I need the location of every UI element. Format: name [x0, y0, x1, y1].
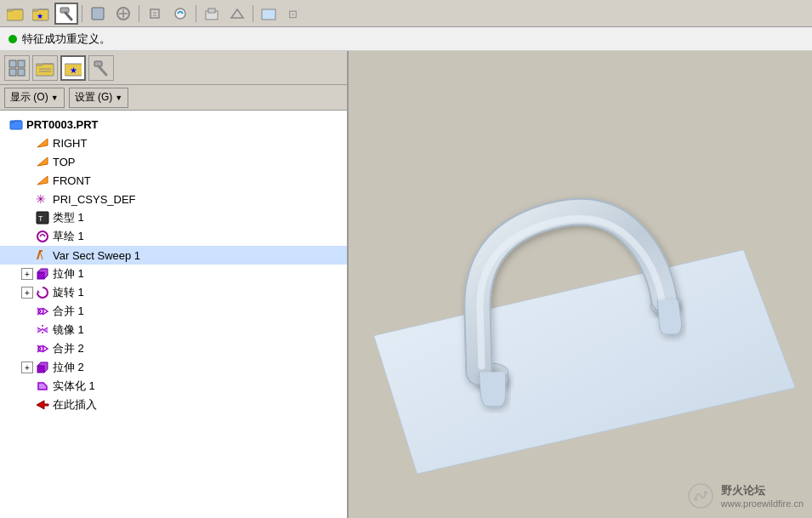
tree-item-mirror1[interactable]: 镜像 1	[0, 321, 347, 339]
tree-label-mirror1: 镜像 1	[53, 322, 84, 338]
svg-text:⊡: ⊡	[288, 8, 298, 20]
tb-btn-7[interactable]	[257, 3, 281, 25]
wrench-btn[interactable]	[88, 55, 114, 81]
expand-extrude2[interactable]: +	[21, 361, 33, 373]
svg-rect-33	[37, 366, 44, 373]
svg-text:✳: ✳	[36, 192, 46, 206]
svg-rect-11	[208, 9, 215, 13]
svg-rect-17	[18, 69, 25, 76]
expand-extrude1[interactable]: +	[21, 268, 33, 280]
tree-item-insert[interactable]: 在此插入	[0, 396, 347, 414]
tree-label-rotate1: 旋转 1	[53, 285, 84, 300]
star-btn[interactable]: ★	[60, 55, 86, 81]
tree-label-right: RIGHT	[53, 137, 87, 150]
rotate1-icon	[35, 285, 50, 300]
right-panel: ‹ ›	[349, 51, 812, 518]
tree-item-csys[interactable]: ✳ PRI_CSYS_DEF	[0, 190, 347, 208]
tree-item-varsweep[interactable]: Var Sect Sweep 1	[0, 246, 347, 265]
svg-rect-15	[18, 60, 25, 67]
tb-btn-2[interactable]	[111, 3, 135, 25]
tb-btn-6[interactable]	[225, 3, 249, 25]
separator2	[139, 5, 139, 22]
tb-btn-4[interactable]	[168, 3, 192, 25]
separator4	[253, 5, 253, 22]
tree-label-type1: 类型 1	[53, 210, 84, 225]
left-panel: ★ 显示 (O) ▼ 设置 (G) ▼	[0, 51, 349, 518]
tb-btn-3[interactable]	[143, 3, 167, 25]
folder2-btn[interactable]: ★	[29, 3, 53, 25]
tree-item-type1[interactable]: T 类型 1	[0, 208, 347, 227]
tree-item-sketch1[interactable]: 草绘 1	[0, 227, 347, 246]
tb-btn-8[interactable]: ⊡	[282, 3, 306, 25]
settings-arrow: ▼	[115, 94, 122, 102]
display-dropdown[interactable]: 显示 (O) ▼	[4, 88, 65, 108]
status-bar: 特征成功重定义。	[0, 27, 812, 51]
svg-text:T: T	[38, 214, 43, 223]
type-icon: T	[35, 210, 50, 225]
tree-item-extrude2[interactable]: + 拉伸 2	[0, 358, 347, 377]
svg-rect-12	[262, 9, 275, 20]
tree-item-root[interactable]: PRT0003.PRT	[0, 115, 347, 134]
tree-item-rotate1[interactable]: + 旋转 1	[0, 283, 347, 302]
tree-label-extrude2: 拉伸 2	[53, 360, 84, 375]
front-icon	[35, 173, 50, 188]
extrude2-icon	[35, 360, 50, 375]
tree-label-solid1: 实体化 1	[53, 379, 95, 394]
status-text: 特征成功重定义。	[22, 31, 111, 47]
sweep-icon	[35, 248, 50, 263]
svg-rect-14	[9, 60, 16, 67]
tree-item-front[interactable]: FRONT	[0, 171, 347, 190]
main-area: ★ 显示 (O) ▼ 设置 (G) ▼	[0, 51, 812, 518]
separator	[82, 5, 82, 22]
open-folder-btn[interactable]	[32, 55, 58, 81]
left-toolbar: ★	[0, 51, 347, 85]
tree-label-merge2: 合并 2	[53, 341, 84, 356]
tree-label-insert: 在此插入	[53, 397, 97, 413]
settings-label: 设置 (G)	[75, 90, 113, 105]
dropdown-row: 显示 (O) ▼ 设置 (G) ▼	[0, 85, 347, 111]
merge2-icon	[35, 341, 50, 356]
watermark-logo-svg	[687, 482, 714, 509]
tb-btn-1[interactable]	[86, 3, 110, 25]
tree-label-front: FRONT	[53, 174, 91, 187]
tree-item-right[interactable]: RIGHT	[0, 134, 347, 152]
tree-area[interactable]: PRT0003.PRT RIGHT	[0, 111, 347, 518]
tb-btn-5[interactable]	[200, 3, 224, 25]
settings-dropdown[interactable]: 设置 (G) ▼	[69, 88, 129, 108]
tree-item-merge1[interactable]: 合并 1	[0, 302, 347, 321]
svg-point-42	[704, 491, 707, 494]
mirror1-icon	[35, 322, 50, 338]
hammer-btn[interactable]	[54, 3, 78, 25]
tree-label-sketch1: 草绘 1	[53, 229, 84, 244]
separator3	[196, 5, 196, 22]
watermark: 野火论坛 www.proewildfire.cn	[687, 482, 803, 509]
svg-point-27	[37, 231, 48, 242]
insert-icon	[35, 397, 50, 413]
svg-marker-34	[37, 401, 48, 409]
folder-icon	[9, 117, 24, 132]
svg-text:★: ★	[70, 65, 77, 75]
tree-label-root: PRT0003.PRT	[26, 118, 99, 131]
tree-item-extrude1[interactable]: + 拉伸 1	[0, 265, 347, 283]
tree-item-solid1[interactable]: 实体化 1	[0, 377, 347, 396]
top-toolbar: ★ ⊡	[0, 0, 812, 27]
svg-text:★: ★	[37, 12, 43, 20]
tree-label-varsweep: Var Sect Sweep 1	[53, 249, 140, 262]
svg-point-9	[175, 9, 185, 19]
3d-viewport	[349, 51, 812, 518]
watermark-name: 野火论坛	[721, 483, 803, 498]
tree-item-top[interactable]: TOP	[0, 152, 347, 171]
folder-btn[interactable]	[3, 3, 27, 25]
display-arrow: ▼	[51, 94, 59, 102]
tree-label-top: TOP	[53, 156, 76, 168]
svg-rect-28	[37, 272, 44, 279]
solid1-icon	[35, 379, 50, 394]
expand-rotate1[interactable]: +	[21, 287, 33, 299]
svg-rect-5	[92, 8, 104, 20]
tree-item-merge2[interactable]: 合并 2	[0, 339, 347, 358]
grid-btn[interactable]	[4, 55, 30, 81]
sketch-icon	[35, 229, 50, 244]
status-dot	[9, 35, 17, 43]
svg-point-41	[694, 498, 697, 501]
csys-icon: ✳	[35, 191, 50, 207]
